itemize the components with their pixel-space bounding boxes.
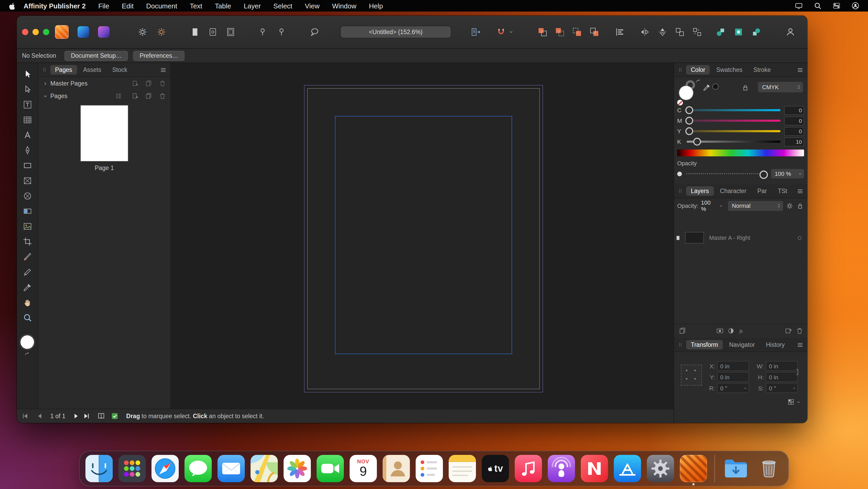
menu-window[interactable]: Window: [332, 2, 356, 10]
colour-picker-tool[interactable]: [21, 280, 34, 294]
link-dimensions-icon[interactable]: [794, 362, 800, 382]
insert-behind-icon[interactable]: [715, 27, 726, 37]
fill-color-well[interactable]: [679, 86, 693, 100]
dock-apple-tv-icon[interactable]: tv: [482, 455, 509, 482]
tab-stroke[interactable]: Stroke: [749, 65, 776, 75]
duplicate-page-icon[interactable]: [145, 92, 153, 100]
yellow-slider[interactable]: [687, 130, 780, 132]
document-canvas[interactable]: [171, 63, 674, 409]
dock-app-store-icon[interactable]: [614, 455, 641, 482]
dock-notes-icon[interactable]: [449, 455, 476, 482]
tab-assets[interactable]: Assets: [79, 65, 106, 75]
page-1-surface[interactable]: [307, 88, 540, 389]
pencil-tool[interactable]: [21, 265, 34, 279]
tab-transform[interactable]: Transform: [686, 340, 723, 349]
tab-stock[interactable]: Stock: [107, 65, 132, 75]
search-icon[interactable]: [813, 2, 822, 10]
artistic-text-tool[interactable]: [21, 128, 34, 142]
move-backward-icon[interactable]: [572, 27, 582, 37]
tab-navigator[interactable]: Navigator: [724, 340, 760, 349]
panel-grip-icon[interactable]: [677, 341, 683, 348]
tab-text-styles[interactable]: TSt: [773, 186, 792, 196]
delete-page-icon[interactable]: [159, 92, 166, 100]
panel-grip-icon[interactable]: [677, 187, 683, 195]
table-tool[interactable]: [21, 113, 34, 126]
panel-menu-icon[interactable]: [796, 66, 804, 74]
dock-reminders-icon[interactable]: [416, 455, 443, 482]
master-pages-section[interactable]: Master Pages: [38, 77, 170, 90]
chevron-right-icon[interactable]: [42, 81, 48, 86]
menu-table[interactable]: Table: [215, 2, 231, 10]
dock-system-settings-icon[interactable]: [647, 455, 674, 482]
picture-frame-rectangle-tool[interactable]: [21, 174, 34, 187]
dock-mail-icon[interactable]: [218, 455, 245, 482]
previous-page-icon[interactable]: [36, 412, 44, 420]
picked-color-swatch[interactable]: [713, 84, 718, 89]
dock-calendar-icon[interactable]: NOV 9: [350, 455, 377, 482]
opacity-knob-icon[interactable]: [677, 171, 682, 176]
control-center-icon[interactable]: [832, 2, 841, 10]
dock-podcasts-icon[interactable]: [548, 455, 575, 482]
vector-brush-tool[interactable]: [21, 250, 34, 263]
preferences-button[interactable]: Preferences…: [133, 51, 185, 61]
mask-layer-icon[interactable]: [716, 327, 724, 335]
apple-menu-icon[interactable]: [8, 1, 16, 10]
snapping-chevron-icon[interactable]: [508, 29, 514, 35]
cyan-slider-thumb[interactable]: [686, 106, 693, 114]
h-field[interactable]: 0 in: [766, 372, 798, 382]
tab-layers[interactable]: Layers: [686, 186, 714, 196]
w-field[interactable]: 0 in: [766, 361, 798, 371]
flip-vertical-icon[interactable]: [657, 27, 668, 37]
settings-gear-icon[interactable]: [137, 27, 148, 37]
panel-grip-icon[interactable]: [41, 66, 48, 74]
alignment-icon[interactable]: [615, 27, 625, 37]
insert-inside-icon[interactable]: [733, 27, 744, 37]
snapping-magnet-icon[interactable]: [496, 27, 506, 37]
first-page-icon[interactable]: [21, 412, 29, 420]
group-icon[interactable]: [675, 27, 685, 37]
minimize-button[interactable]: [32, 29, 39, 35]
insert-on-top-icon[interactable]: [751, 27, 762, 37]
move-tool[interactable]: [21, 67, 34, 81]
menu-file[interactable]: File: [98, 2, 109, 10]
publisher-persona-icon[interactable]: [55, 25, 69, 39]
layer-row-master-a[interactable]: Master A - Right: [674, 231, 807, 244]
move-to-front-icon[interactable]: [537, 27, 548, 37]
dock-facetime-icon[interactable]: [317, 455, 344, 482]
black-value[interactable]: 10: [784, 137, 804, 146]
color-spectrum-bar[interactable]: [677, 149, 804, 156]
move-to-back-icon[interactable]: [589, 27, 600, 37]
preflight-status-icon[interactable]: [111, 412, 119, 420]
dock-maps-icon[interactable]: [251, 455, 278, 482]
pen-tool[interactable]: [21, 143, 34, 157]
anchor-point-selector[interactable]: [681, 365, 702, 386]
fill-swatch[interactable]: [21, 335, 34, 349]
opacity-slider-thumb[interactable]: [760, 171, 768, 179]
rectangle-tool[interactable]: [21, 159, 34, 172]
rotation-field[interactable]: 0 °: [717, 383, 749, 393]
dock-affinity-publisher-icon[interactable]: [680, 455, 707, 482]
menu-select[interactable]: Select: [273, 2, 292, 10]
layer-lock-icon[interactable]: [796, 202, 804, 210]
magenta-value[interactable]: 0: [784, 116, 804, 125]
yellow-slider-thumb[interactable]: [686, 127, 693, 135]
menu-app-name[interactable]: Affinity Publisher 2: [24, 2, 86, 10]
menu-view[interactable]: View: [305, 2, 319, 10]
x-field[interactable]: 0 in: [717, 361, 749, 371]
magenta-slider[interactable]: [687, 120, 780, 122]
pages-section[interactable]: Pages: [38, 90, 170, 102]
dock-launchpad-icon[interactable]: [119, 455, 146, 482]
panel-menu-icon[interactable]: [159, 66, 167, 74]
picture-frame-ellipse-tool[interactable]: [21, 189, 34, 203]
opacity-slider[interactable]: [686, 173, 767, 174]
display-icon[interactable]: [795, 2, 803, 10]
tab-pages[interactable]: Pages: [50, 65, 77, 75]
tab-paragraph[interactable]: Par: [753, 186, 772, 196]
magenta-slider-thumb[interactable]: [686, 117, 693, 125]
next-page-icon[interactable]: [72, 412, 80, 420]
dock-finder-icon[interactable]: [86, 455, 113, 482]
cyan-slider[interactable]: [687, 109, 780, 111]
page-view-options-icon[interactable]: [115, 92, 122, 100]
menu-document[interactable]: Document: [146, 2, 178, 10]
add-master-icon[interactable]: [131, 80, 139, 87]
